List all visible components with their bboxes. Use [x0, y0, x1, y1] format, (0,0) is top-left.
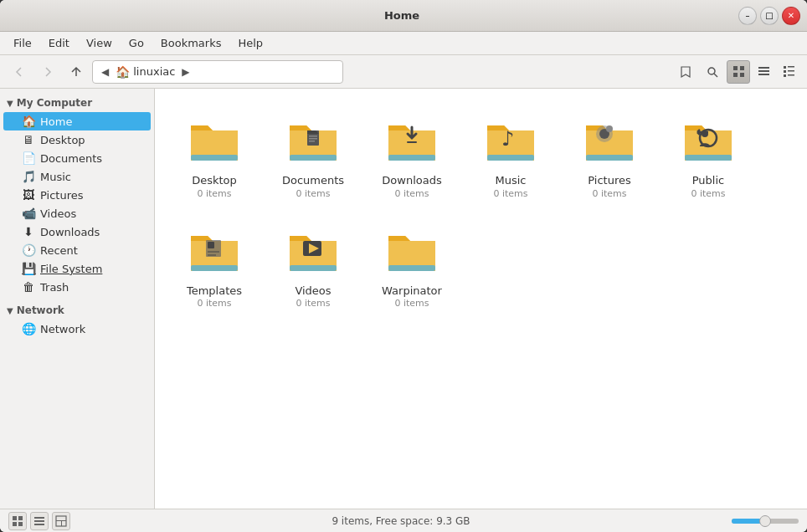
sidebar-item-documents[interactable]: 📄 Documents: [3, 149, 151, 167]
sidebar-item-music[interactable]: 🎵 Music: [3, 167, 151, 186]
svg-rect-44: [208, 254, 216, 256]
menu-edit[interactable]: Edit: [42, 34, 76, 52]
svg-rect-53: [13, 522, 17, 526]
svg-rect-4: [733, 73, 738, 77]
svg-rect-57: [34, 524, 44, 525]
file-item-desktop[interactable]: Desktop0 items: [168, 102, 260, 206]
sidebar-item-videos[interactable]: 📹 Videos: [3, 204, 151, 223]
trash-icon: 🗑: [22, 280, 35, 294]
svg-rect-7: [758, 70, 769, 72]
svg-rect-22: [309, 141, 315, 142]
videos-icon: 📹: [22, 207, 35, 220]
sidebar-section-my-computer[interactable]: ▼ My Computer: [0, 94, 154, 112]
folder-icon-pictures: [579, 109, 640, 169]
menu-bookmarks[interactable]: Bookmarks: [154, 34, 229, 52]
file-item-downloads[interactable]: Downloads0 items: [366, 102, 458, 206]
file-item-pictures[interactable]: Pictures0 items: [563, 102, 655, 206]
view-compact-button[interactable]: [777, 60, 800, 84]
sidebar-item-downloads[interactable]: ⬇ Downloads: [3, 223, 151, 241]
bookmark-button[interactable]: [673, 59, 698, 84]
back-button[interactable]: [7, 59, 32, 84]
desktop-icon: 🖥: [22, 133, 35, 146]
zoom-thumb[interactable]: [759, 515, 771, 527]
file-item-templates[interactable]: Templates0 items: [168, 212, 260, 316]
sidebar-item-recent[interactable]: 🕐 Recent: [3, 241, 151, 259]
menu-file[interactable]: File: [7, 34, 39, 52]
window-title: Home: [65, 9, 738, 22]
menu-help[interactable]: Help: [231, 34, 270, 52]
file-name-documents: Documents: [282, 174, 344, 187]
sidebar-item-pictures-label: Pictures: [40, 189, 83, 202]
file-name-music: Music: [496, 174, 527, 187]
folder-icon-downloads: [382, 109, 442, 169]
folder-icon-videos: [283, 219, 343, 279]
svg-rect-42: [208, 242, 214, 248]
file-item-warpinator[interactable]: Warpinator0 items: [366, 212, 458, 316]
file-count-pictures: 0 items: [592, 188, 626, 199]
sidebar-item-trash[interactable]: 🗑 Trash: [3, 278, 151, 296]
svg-rect-10: [788, 66, 794, 68]
svg-rect-3: [740, 66, 744, 70]
main-area: ▼ My Computer 🏠 Home 🖥 Desktop 📄 Documen…: [0, 89, 807, 509]
documents-icon: 📄: [22, 151, 35, 165]
menubar: File Edit View Go Bookmarks Help: [0, 32, 807, 55]
file-count-music: 0 items: [493, 188, 527, 199]
file-count-documents: 0 items: [296, 188, 330, 199]
svg-rect-25: [407, 141, 417, 143]
location-bar: ◀ 🏠 linuxiac ▶: [92, 60, 343, 84]
pictures-icon: 🖼: [22, 188, 35, 202]
sidebar-item-pictures[interactable]: 🖼 Pictures: [3, 186, 151, 204]
folder-icon-documents: [283, 109, 343, 169]
file-item-videos[interactable]: Videos0 items: [267, 212, 359, 316]
home-icon: 🏠: [22, 115, 35, 128]
svg-rect-43: [208, 251, 219, 253]
sidebar-item-filesystem[interactable]: 💾 File System: [3, 259, 151, 278]
zoom-track[interactable]: [732, 519, 799, 524]
folder-icon-music: ♪: [481, 109, 541, 169]
close-button[interactable]: ✕: [782, 7, 800, 25]
file-item-public[interactable]: Public0 items: [662, 102, 754, 206]
network-icon: 🌐: [22, 322, 35, 335]
my-computer-label: My Computer: [17, 97, 92, 109]
view-list-button[interactable]: [752, 60, 775, 84]
svg-rect-56: [34, 520, 44, 522]
downloads-icon: ⬇: [22, 225, 35, 238]
statusbar-sort-button[interactable]: [30, 512, 49, 530]
minimize-button[interactable]: –: [738, 7, 757, 25]
sidebar-item-filesystem-label: File System: [40, 263, 102, 275]
file-name-downloads: Downloads: [382, 174, 441, 187]
file-item-music[interactable]: ♪ Music0 items: [465, 102, 557, 206]
svg-rect-24: [388, 155, 435, 161]
forward-button[interactable]: [35, 59, 60, 84]
sidebar-item-trash-label: Trash: [40, 281, 69, 294]
menu-view[interactable]: View: [80, 34, 119, 52]
sidebar-item-network[interactable]: 🌐 Network: [3, 320, 151, 338]
sidebar-item-music-label: Music: [40, 171, 71, 183]
sidebar-item-home[interactable]: 🏠 Home: [3, 112, 151, 130]
location-right-arrow[interactable]: ▶: [178, 64, 193, 79]
statusbar-panel-button[interactable]: [52, 512, 70, 530]
svg-rect-13: [784, 74, 786, 77]
folder-icon-templates: [184, 219, 244, 279]
file-name-pictures: Pictures: [588, 174, 630, 187]
sidebar-section-network[interactable]: ▼ Network: [0, 301, 154, 320]
svg-rect-20: [309, 136, 317, 137]
statusbar-browse-button[interactable]: [8, 512, 27, 530]
svg-rect-16: [191, 155, 238, 161]
file-count-videos: 0 items: [296, 298, 330, 309]
sidebar-item-desktop[interactable]: 🖥 Desktop: [3, 130, 151, 149]
svg-point-33: [606, 125, 613, 132]
file-item-documents[interactable]: Documents0 items: [267, 102, 359, 206]
sidebar-item-home-label: Home: [40, 115, 72, 128]
maximize-button[interactable]: □: [760, 7, 779, 25]
file-name-videos: Videos: [295, 284, 331, 298]
menu-go[interactable]: Go: [122, 34, 151, 52]
folder-icon-desktop: [184, 109, 244, 169]
statusbar: 9 items, Free space: 9.3 GB: [0, 509, 807, 532]
view-icons-button[interactable]: [727, 60, 750, 84]
search-button[interactable]: [700, 59, 725, 84]
up-button[interactable]: [64, 59, 89, 84]
file-name-templates: Templates: [187, 284, 242, 298]
location-left-arrow[interactable]: ◀: [98, 64, 112, 79]
main-window: Home – □ ✕ File Edit View Go Bookmarks H…: [0, 0, 807, 532]
